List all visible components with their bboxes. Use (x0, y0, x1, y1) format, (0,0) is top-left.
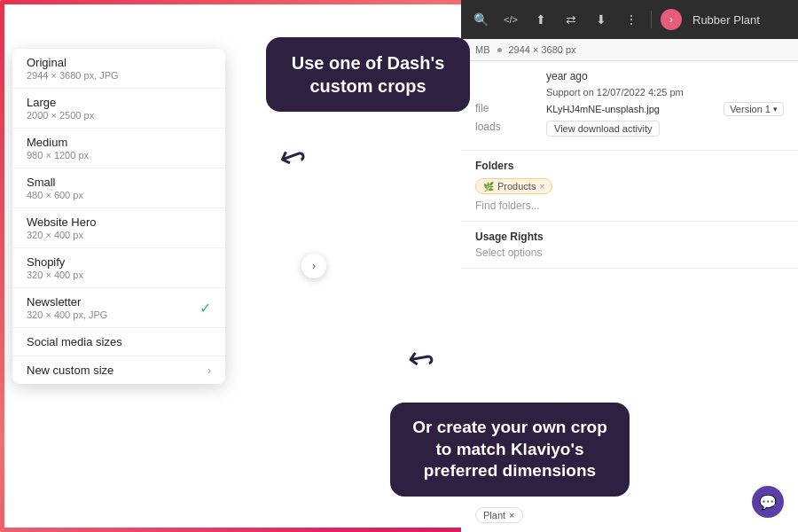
panel-nav-button[interactable]: › (301, 254, 326, 278)
crop-item-small[interactable]: Small 480 × 600 px (12, 168, 225, 208)
crop-item-medium[interactable]: Medium 980 × 1200 px (12, 129, 225, 168)
toolbar: 🔍 </> ⬆ ⇄ ⬇ ⋮ › Rubber Plant (461, 0, 798, 39)
crop-item-website-hero[interactable]: Website Hero 320 × 400 px (12, 208, 225, 248)
products-folder-tag[interactable]: 🌿 Products × (475, 178, 552, 194)
version-label: Version 1 (730, 104, 771, 114)
plant-tag-label: Plant (483, 510, 505, 520)
folder-tag-label: Products (497, 181, 536, 192)
support-value: Support on 12/07/2022 4:25 pm (546, 87, 784, 98)
crop-item-social[interactable]: Social media sizes (12, 328, 225, 356)
folder-tag-close-icon[interactable]: × (539, 182, 544, 192)
view-downloads-button[interactable]: View download activity (546, 121, 660, 137)
plant-tag-close-icon[interactable]: × (509, 510, 514, 520)
callout-top: Use one of Dash's custom crops (266, 37, 470, 112)
file-size: MB (475, 44, 490, 55)
folders-title: Folders (475, 160, 784, 172)
crop-item-new-custom[interactable]: New custom size › (12, 356, 225, 384)
downloads-row: loads View download activity (475, 121, 784, 137)
info-bar: MB 2944 × 3680 px (461, 39, 798, 61)
plant-tag[interactable]: Plant × (475, 507, 523, 523)
crop-item-original[interactable]: Original 2944 × 3680 px, JPG (12, 49, 225, 89)
crop-item-newsletter[interactable]: Newsletter 320 × 400 px, JPG ✓ (12, 288, 225, 328)
downloads-label: loads (475, 121, 546, 133)
uploaded-row: year ago (475, 70, 784, 82)
crop-dropdown: Original 2944 × 3680 px, JPG Large 2000 … (12, 49, 225, 384)
download-icon[interactable]: ⬇ (589, 7, 614, 32)
submenu-arrow-icon: › (207, 364, 211, 377)
version-chevron-icon: ▾ (773, 105, 778, 113)
crop-item-shopify[interactable]: Shopify 320 × 400 px (12, 248, 225, 288)
find-folders-input[interactable]: Find folders... (475, 200, 784, 212)
search-icon[interactable]: 🔍 (468, 7, 493, 32)
file-row: file KLyHJ4mNE-unsplash.jpg Version 1 ▾ (475, 102, 784, 116)
filename-value: KLyHJ4mNE-unsplash.jpg (546, 104, 718, 114)
share-icon[interactable]: ⇄ (559, 7, 583, 32)
version-badge[interactable]: Version 1 ▾ (724, 102, 784, 116)
upload-icon[interactable]: ⬆ (528, 7, 553, 32)
usage-rights-section: Usage Rights Select options (461, 222, 798, 269)
code-icon[interactable]: </> (498, 7, 523, 32)
callout-bottom: Or create your own crop to match Klaviyo… (390, 403, 630, 497)
usage-rights-title: Usage Rights (475, 231, 784, 243)
svg-point-9 (124, 426, 301, 532)
nav-forward-button[interactable]: › (661, 9, 682, 30)
folder-tag-icon: 🌿 (483, 182, 494, 192)
selected-checkmark: ✓ (200, 300, 211, 317)
folders-section: Folders 🌿 Products × Find folders... (461, 151, 798, 222)
file-dimensions: 2944 × 3680 px (509, 44, 576, 55)
separator-dot (497, 48, 502, 52)
crop-item-large[interactable]: Large 2000 × 2500 px (12, 89, 225, 129)
folder-tags: 🌿 Products × (475, 178, 784, 194)
asset-title: Rubber Plant (692, 13, 760, 27)
file-label: file (475, 102, 546, 114)
support-row: Support on 12/07/2022 4:25 pm (475, 87, 784, 98)
uploaded-value: year ago (546, 70, 784, 82)
metadata-section: year ago Support on 12/07/2022 4:25 pm f… (461, 61, 798, 151)
chat-button[interactable]: 💬 (752, 486, 784, 518)
usage-rights-select[interactable]: Select options (475, 246, 784, 259)
toolbar-separator (651, 11, 652, 28)
more-icon[interactable]: ⋮ (619, 7, 644, 32)
bottom-tags: Plant × (461, 507, 798, 523)
